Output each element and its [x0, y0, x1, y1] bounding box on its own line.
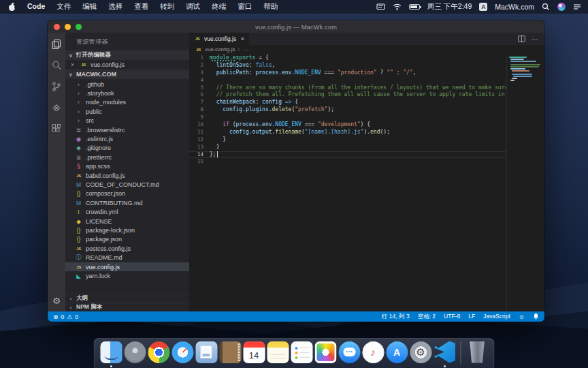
apple-menu-icon[interactable] [8, 3, 16, 12]
battery-icon[interactable] [409, 4, 420, 10]
status-item[interactable]: UTF-8 [444, 313, 460, 321]
feedback-smiley-icon[interactable]: ☺ [519, 313, 525, 320]
dock-appstore-icon[interactable]: A [386, 341, 408, 365]
tab-bar: JS vue.config.js × ⋯ [189, 33, 544, 45]
window-titlebar[interactable]: vue.config.js — MacWk.com [48, 20, 544, 33]
problems-indicator[interactable]: ⊗ 0 ⚠ 0 [53, 313, 78, 320]
file-item-.gitignore[interactable]: ◈.gitignore [65, 144, 189, 153]
system-preferences-glyph: ⚙ [416, 346, 425, 358]
notification-center-icon[interactable] [573, 3, 581, 10]
dock-reminders-icon[interactable] [291, 341, 313, 365]
search-icon[interactable] [50, 59, 63, 72]
menu-item-编辑[interactable]: 编辑 [82, 2, 97, 12]
file-item-crowdin.yml[interactable]: !crowdin.yml [65, 207, 189, 216]
file-item-.prettierrc[interactable]: ≣.prettierrc [65, 153, 189, 162]
outline-section-header[interactable]: › 大纲 [65, 294, 189, 303]
status-item[interactable]: JavaScript [483, 313, 510, 321]
json-file-icon: {} [75, 190, 82, 197]
menu-item-帮助[interactable]: 帮助 [263, 2, 278, 12]
menu-item-转到[interactable]: 转到 [160, 2, 174, 12]
search-icon[interactable] [542, 3, 550, 11]
close-tab-icon[interactable]: × [241, 35, 244, 42]
dock-notes-icon[interactable] [267, 341, 289, 365]
close-icon[interactable]: × [71, 61, 76, 68]
input-method-icon[interactable]: A [479, 3, 487, 11]
dock-chrome-icon[interactable] [148, 341, 170, 365]
calendar-app-icon: 14 [243, 341, 265, 363]
menu-item-查看[interactable]: 查看 [134, 2, 148, 12]
sidebar-title: 资源管理器 [65, 33, 189, 50]
dock-vscode-icon[interactable] [434, 341, 456, 365]
dock-launchpad-icon[interactable] [124, 341, 146, 365]
minimap[interactable] [506, 54, 544, 311]
dock-calendar-icon[interactable]: 14 [243, 341, 265, 365]
wifi-icon[interactable] [393, 3, 402, 10]
project-root-header[interactable]: ∨ MACWK.COM [65, 70, 189, 79]
file-item-postcss.config.js[interactable]: JSpostcss.config.js [65, 244, 189, 253]
menu-clock[interactable]: 周三 下午2:49 [427, 2, 472, 12]
status-item[interactable]: 行 14, 列 3 [382, 313, 410, 321]
extensions-icon[interactable] [50, 123, 63, 135]
more-actions-icon[interactable]: ⋯ [532, 35, 539, 43]
file-item-src[interactable]: ›src [65, 117, 189, 125]
dock-messages-icon[interactable]: … [338, 341, 361, 365]
bell-icon[interactable] [533, 313, 539, 321]
file-item-public[interactable]: ›public [65, 107, 189, 116]
status-item[interactable]: 空格: 2 [418, 313, 436, 321]
file-item-composer.json[interactable]: {}composer.json [65, 189, 189, 198]
minimize-window-button[interactable] [65, 24, 71, 30]
file-item-CONTRIBUTING.md[interactable]: MCONTRIBUTING.md [65, 198, 189, 207]
file-item-CODE_OF_CONDUCT.md[interactable]: MCODE_OF_CONDUCT.md [65, 180, 189, 189]
open-editor-item[interactable]: × JS vue.config.js [65, 60, 189, 70]
window-title: vue.config.js — MacWk.com [255, 23, 337, 31]
status-item[interactable]: LF [468, 313, 475, 321]
explorer-icon[interactable] [50, 38, 63, 50]
dock-mail-icon[interactable] [195, 341, 218, 365]
source-control-icon[interactable] [50, 80, 63, 93]
menu-item-文件[interactable]: 文件 [56, 2, 71, 12]
file-item-.storybook[interactable]: ›.storybook [65, 89, 189, 97]
debug-icon[interactable] [50, 102, 63, 114]
zoom-window-button[interactable] [76, 24, 82, 30]
split-editor-icon[interactable] [518, 33, 525, 45]
dock-safari-icon[interactable] [172, 341, 194, 365]
menu-item-选择[interactable]: 选择 [108, 2, 122, 12]
file-item-.github[interactable]: ›.github [65, 80, 189, 89]
file-item-babel.config.js[interactable]: JSbabel.config.js [65, 171, 189, 180]
dock-contacts-icon[interactable] [219, 341, 242, 365]
line-number: 7 [189, 99, 210, 106]
settings-gear-icon[interactable]: ⚙ [48, 296, 65, 306]
dock: 14…♪A⚙ [94, 338, 495, 368]
file-item-.eslintrc.js[interactable]: ◉.eslintrc.js [65, 134, 189, 143]
npm-scripts-section-header[interactable]: › NPM 脚本 [65, 303, 189, 311]
file-item-LICENSE[interactable]: ◆LICENSE [65, 217, 189, 226]
file-item-.browserslistrc[interactable]: ≣.browserslistrc [65, 125, 189, 134]
menu-item-调试[interactable]: 调试 [186, 2, 200, 12]
code-editor[interactable]: 1module.exports = {2 lintOnSave: false,3… [189, 54, 544, 311]
file-item-package-lock.json[interactable]: {}package-lock.json [65, 226, 189, 234]
vscode-app-icon [434, 341, 455, 363]
siri-icon[interactable] [557, 3, 566, 11]
tab-vue-config-js[interactable]: JS vue.config.js × [189, 33, 249, 45]
menu-item-终端[interactable]: 终端 [212, 2, 226, 12]
file-item-yarn.lock[interactable]: ◣yarn.lock [65, 271, 189, 280]
breadcrumb[interactable]: JS vue.config.js › … [189, 45, 544, 54]
menu-item-窗口[interactable]: 窗口 [238, 2, 252, 12]
dock-system-preferences-icon[interactable]: ⚙ [410, 341, 432, 365]
code-line-12: 12 } [189, 136, 506, 144]
menu-brand[interactable]: MacWk.com [495, 3, 534, 11]
menu-item-Code[interactable]: Code [27, 2, 45, 12]
dock-trash-icon[interactable] [466, 341, 489, 365]
hint-squiggle [212, 60, 235, 61]
dock-itunes-icon[interactable]: ♪ [362, 341, 385, 365]
file-item-app.scss[interactable]: §app.scss [65, 162, 189, 171]
notification-display-icon[interactable] [376, 3, 385, 11]
open-editors-header[interactable]: ∨ 打开的编辑器 [65, 50, 189, 60]
file-item-node_modules[interactable]: ›node_modules [65, 98, 189, 107]
file-item-package.json[interactable]: {}package.json [65, 235, 189, 244]
file-item-README.md[interactable]: ⓘREADME.md [65, 253, 189, 262]
file-item-vue.config.js[interactable]: JSvue.config.js [65, 262, 189, 271]
close-window-button[interactable] [54, 24, 60, 30]
dock-finder-icon[interactable] [100, 341, 122, 365]
dock-photos-icon[interactable] [314, 341, 337, 365]
